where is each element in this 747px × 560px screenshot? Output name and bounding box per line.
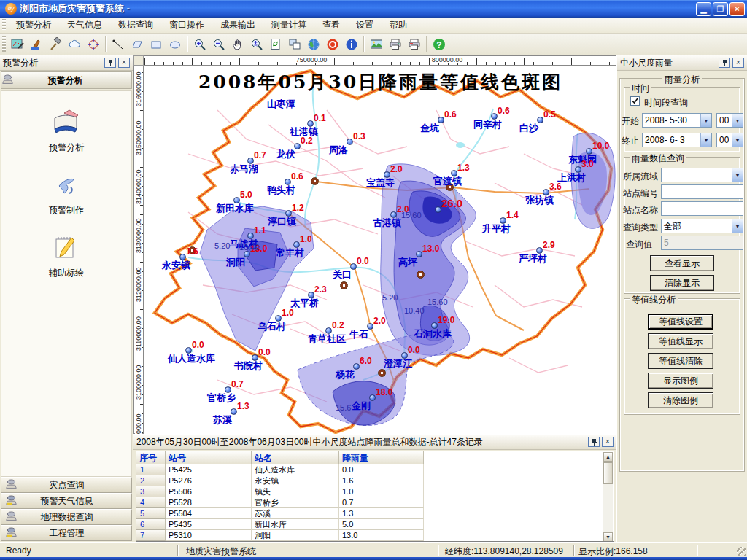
toolbar-grip[interactable] (2, 36, 6, 52)
scroll-down-icon[interactable]: ▼ (603, 532, 613, 542)
close-icon[interactable]: × (732, 58, 744, 68)
sidebar-bar-1[interactable]: 预警天气信息 (1, 493, 132, 509)
chevron-down-icon[interactable]: ▼ (732, 133, 743, 147)
contour-button-2[interactable]: 等值线清除 (648, 353, 713, 369)
contour-button-4[interactable]: 清除图例 (648, 392, 713, 408)
table-header-2[interactable]: 站名 (252, 451, 339, 464)
sidebar-bar-2[interactable]: 地理数据查询 (1, 509, 132, 525)
sidebar-tool-0[interactable]: 预警分析 (1, 107, 131, 154)
start-date-select[interactable]: 2008- 5-30 ▼ (642, 113, 712, 128)
hammer-icon[interactable] (47, 36, 64, 53)
pin-icon[interactable] (719, 58, 730, 68)
chevron-down-icon[interactable]: ▼ (700, 133, 711, 147)
table-cell: 0.0 (339, 464, 424, 475)
station-name-label: 太平桥 (290, 297, 319, 310)
sidebar-bar-0[interactable]: 灾点查询 (1, 477, 132, 493)
rainfall-table[interactable]: 序号站号站名降雨量1P5425仙人造水库0.02P5276永安镇1.63P550… (136, 451, 614, 542)
menubar-grip[interactable] (2, 19, 6, 31)
zoom-in-icon[interactable] (191, 36, 209, 53)
menu-item-0[interactable]: 预警分析 (8, 17, 59, 34)
menu-item-8[interactable]: 帮助 (382, 17, 415, 34)
table-row[interactable]: 5P5504苏溪1.3 (136, 508, 424, 519)
menu-item-3[interactable]: 窗口操作 (161, 17, 212, 34)
basin-select[interactable]: ▼ (661, 168, 743, 182)
info-icon[interactable] (343, 36, 360, 53)
chevron-down-icon[interactable]: ▼ (732, 219, 743, 233)
chevron-down-icon[interactable]: ▼ (732, 114, 743, 127)
table-row[interactable]: 8 (136, 541, 424, 542)
sidebar-tool-1[interactable]: 预警制作 (1, 170, 131, 217)
table-header-3[interactable]: 降雨量 (339, 451, 424, 464)
town-marker-icon (417, 271, 425, 279)
sidebar-tool-2[interactable]: 辅助标绘 (1, 233, 131, 279)
left-group-bar[interactable]: 预警分析 (1, 71, 132, 89)
contour-button-0[interactable]: 等值线设置 (648, 314, 713, 330)
ruler-label: 750000.00 (295, 56, 328, 63)
close-icon[interactable]: × (602, 437, 614, 447)
table-row[interactable]: 2P5276永安镇1.6 (136, 475, 424, 486)
resize-grip[interactable] (737, 547, 746, 556)
chevron-down-icon[interactable]: ▼ (732, 168, 743, 182)
table-scrollbar[interactable]: ▲ ▼ (603, 452, 613, 542)
sidebar-bar-3[interactable]: 工程管理 (1, 525, 132, 541)
export-image-icon[interactable] (368, 36, 385, 53)
pin-icon[interactable] (104, 58, 116, 68)
pin-icon[interactable] (588, 437, 600, 447)
print-icon[interactable] (387, 36, 404, 53)
map-canvas[interactable]: 2008年05月30日降雨量等值线色斑图 山枣潭0.1社港镇0.3周洛0.2龙伏… (144, 66, 616, 434)
paint-station-icon[interactable] (28, 36, 45, 53)
ellipse-tool-icon[interactable] (166, 36, 184, 53)
menu-item-7[interactable]: 设置 (348, 17, 382, 34)
query-type-select[interactable]: 全部 ▼ (661, 219, 743, 233)
table-row[interactable]: 7P5310洞阳13.0 (136, 530, 424, 541)
cloud-icon[interactable] (66, 36, 83, 53)
station-rainfall-value: 10.0 (592, 141, 609, 151)
zoom-out-icon[interactable] (210, 36, 228, 53)
start-hour-select[interactable]: 00 ▼ (716, 113, 743, 128)
scrollbar-thumb[interactable] (603, 462, 613, 484)
contour-button-1[interactable]: 等值线显示 (648, 333, 713, 349)
close-icon[interactable]: × (118, 58, 130, 68)
menu-item-1[interactable]: 天气信息 (59, 17, 110, 34)
menu-item-5[interactable]: 测量计算 (263, 17, 314, 34)
copy-map-icon[interactable] (286, 36, 303, 53)
end-date-select[interactable]: 2008- 6- 3 ▼ (642, 133, 712, 147)
time-range-checkbox[interactable] (630, 96, 640, 106)
minimize-button[interactable]: ▁ (696, 2, 711, 16)
zoom-full-icon[interactable] (248, 36, 266, 53)
print-setup-icon[interactable] (406, 36, 423, 53)
station-id-input[interactable] (661, 184, 743, 199)
window-title: 浏阳市地质灾害预警系统 - (20, 2, 694, 15)
table-row[interactable]: 3P5506镇头1.0 (136, 486, 424, 497)
chevron-down-icon[interactable]: ▼ (700, 114, 711, 127)
query-button-1[interactable]: 清除显示 (650, 275, 714, 291)
station-name-input[interactable] (661, 201, 743, 216)
menu-item-4[interactable]: 成果输出 (212, 17, 263, 34)
pan-icon[interactable] (229, 36, 247, 53)
globe-icon[interactable] (305, 36, 322, 53)
help-icon[interactable]: ? (430, 36, 448, 53)
table-header-1[interactable]: 站号 (166, 451, 252, 464)
table-header-0[interactable]: 序号 (136, 451, 166, 464)
rectangle-tool-icon[interactable] (147, 36, 165, 53)
table-row[interactable]: 4P5528官桥乡0.7 (136, 497, 424, 508)
query-button-0[interactable]: 查看显示 (650, 255, 714, 271)
sidebar-tool-label: 辅助标绘 (1, 267, 131, 279)
station-point-icon[interactable] (435, 206, 441, 213)
center-target-icon[interactable] (85, 36, 102, 53)
restore-button[interactable]: ❐ (713, 2, 728, 16)
scroll-up-icon[interactable]: ▲ (603, 452, 613, 462)
warning-map-icon[interactable] (9, 36, 26, 53)
polygon-tool-icon[interactable] (128, 36, 146, 53)
contour-value-label: 15.6 (336, 403, 351, 412)
stop-icon[interactable] (324, 36, 341, 53)
refresh-view-icon[interactable] (267, 36, 285, 53)
table-row[interactable]: 1P5425仙人造水库0.0 (136, 464, 424, 475)
menu-item-6[interactable]: 查看 (314, 17, 348, 34)
table-row[interactable]: 6P5435新田水库5.0 (136, 519, 424, 530)
menu-item-2[interactable]: 数据查询 (110, 17, 161, 34)
line-tool-icon[interactable] (109, 36, 127, 53)
contour-button-3[interactable]: 显示图例 (648, 373, 713, 389)
close-button[interactable]: × (729, 2, 745, 16)
end-hour-select[interactable]: 00 ▼ (716, 133, 743, 147)
